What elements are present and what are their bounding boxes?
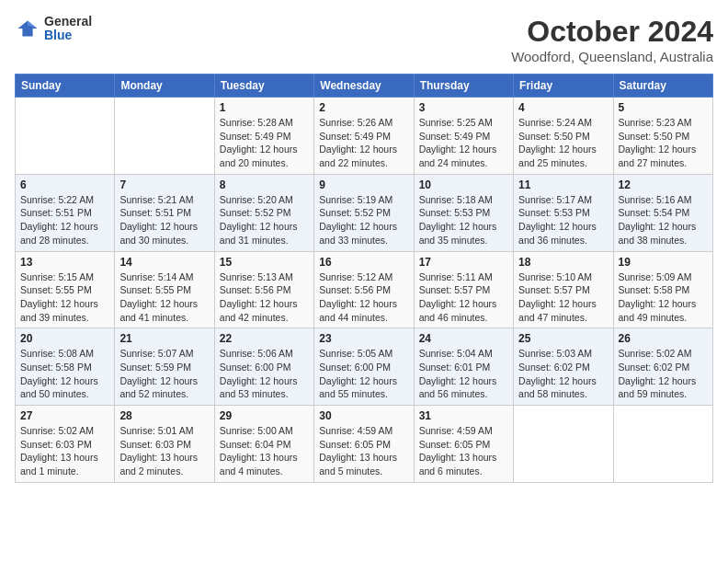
day-number: 20 xyxy=(20,332,109,345)
calendar-cell: 16Sunrise: 5:12 AMSunset: 5:56 PMDayligh… xyxy=(314,251,414,328)
calendar-cell: 11Sunrise: 5:17 AMSunset: 5:53 PMDayligh… xyxy=(514,174,613,251)
day-detail: Sunrise: 5:03 AMSunset: 6:02 PMDaylight:… xyxy=(518,347,608,401)
calendar-cell: 18Sunrise: 5:10 AMSunset: 5:57 PMDayligh… xyxy=(514,251,613,328)
calendar-cell: 6Sunrise: 5:22 AMSunset: 5:51 PMDaylight… xyxy=(16,174,115,251)
calendar-cell: 17Sunrise: 5:11 AMSunset: 5:57 PMDayligh… xyxy=(414,251,513,328)
day-detail: Sunrise: 5:10 AMSunset: 5:57 PMDaylight:… xyxy=(518,270,608,325)
day-number: 19 xyxy=(619,256,708,269)
day-number: 1 xyxy=(220,101,309,114)
calendar-body: 1Sunrise: 5:28 AMSunset: 5:49 PMDaylight… xyxy=(16,98,713,483)
day-detail: Sunrise: 4:59 AMSunset: 6:05 PMDaylight:… xyxy=(319,424,408,478)
day-detail: Sunrise: 5:20 AMSunset: 5:52 PMDaylight:… xyxy=(220,193,309,247)
day-detail: Sunrise: 5:00 AMSunset: 6:04 PMDaylight:… xyxy=(220,424,309,478)
day-number: 3 xyxy=(419,101,508,114)
calendar-cell: 19Sunrise: 5:09 AMSunset: 5:58 PMDayligh… xyxy=(613,251,712,328)
calendar-cell: 29Sunrise: 5:00 AMSunset: 6:04 PMDayligh… xyxy=(214,406,313,483)
day-detail: Sunrise: 5:12 AMSunset: 5:56 PMDaylight:… xyxy=(319,270,408,325)
calendar-week-5: 27Sunrise: 5:02 AMSunset: 6:03 PMDayligh… xyxy=(16,406,713,483)
day-detail: Sunrise: 5:15 AMSunset: 5:55 PMDaylight:… xyxy=(20,270,109,325)
calendar-week-2: 6Sunrise: 5:22 AMSunset: 5:51 PMDaylight… xyxy=(16,174,713,251)
day-number: 14 xyxy=(119,256,209,269)
day-detail: Sunrise: 5:26 AMSunset: 5:49 PMDaylight:… xyxy=(319,116,408,170)
day-number: 5 xyxy=(619,101,708,114)
calendar-cell xyxy=(613,406,712,483)
day-number: 21 xyxy=(119,332,209,345)
calendar-cell: 2Sunrise: 5:26 AMSunset: 5:49 PMDaylight… xyxy=(314,98,414,175)
calendar-cell: 31Sunrise: 4:59 AMSunset: 6:05 PMDayligh… xyxy=(414,406,513,483)
day-detail: Sunrise: 5:22 AMSunset: 5:51 PMDaylight:… xyxy=(20,193,109,247)
day-detail: Sunrise: 5:16 AMSunset: 5:54 PMDaylight:… xyxy=(619,193,708,247)
day-detail: Sunrise: 5:28 AMSunset: 5:49 PMDaylight:… xyxy=(220,116,309,170)
header-day-monday: Monday xyxy=(115,75,214,98)
day-detail: Sunrise: 5:14 AMSunset: 5:55 PMDaylight:… xyxy=(119,270,209,325)
day-detail: Sunrise: 4:59 AMSunset: 6:05 PMDaylight:… xyxy=(419,424,508,478)
day-number: 2 xyxy=(319,101,408,114)
day-number: 11 xyxy=(518,178,608,191)
day-detail: Sunrise: 5:18 AMSunset: 5:53 PMDaylight:… xyxy=(419,193,508,247)
day-number: 15 xyxy=(220,256,309,269)
day-detail: Sunrise: 5:09 AMSunset: 5:58 PMDaylight:… xyxy=(619,270,708,325)
day-number: 4 xyxy=(518,101,608,114)
calendar-header: SundayMondayTuesdayWednesdayThursdayFrid… xyxy=(16,75,713,98)
day-detail: Sunrise: 5:04 AMSunset: 6:01 PMDaylight:… xyxy=(419,347,508,401)
day-detail: Sunrise: 5:24 AMSunset: 5:50 PMDaylight:… xyxy=(518,116,608,170)
calendar-week-3: 13Sunrise: 5:15 AMSunset: 5:55 PMDayligh… xyxy=(16,251,713,328)
calendar-week-1: 1Sunrise: 5:28 AMSunset: 5:49 PMDaylight… xyxy=(16,98,713,175)
logo-blue: Blue xyxy=(44,29,92,42)
day-detail: Sunrise: 5:19 AMSunset: 5:52 PMDaylight:… xyxy=(319,193,408,247)
day-detail: Sunrise: 5:06 AMSunset: 6:00 PMDaylight:… xyxy=(220,347,309,401)
calendar-cell: 27Sunrise: 5:02 AMSunset: 6:03 PMDayligh… xyxy=(16,406,115,483)
logo-bird-icon xyxy=(15,16,40,41)
day-number: 25 xyxy=(518,332,608,345)
calendar-cell xyxy=(514,406,613,483)
page-title: October 2024 xyxy=(511,15,713,49)
calendar-cell xyxy=(16,98,115,175)
calendar-cell: 1Sunrise: 5:28 AMSunset: 5:49 PMDaylight… xyxy=(214,98,313,175)
day-number: 22 xyxy=(220,332,309,345)
header-day-thursday: Thursday xyxy=(414,75,513,98)
day-number: 17 xyxy=(419,256,508,269)
day-number: 29 xyxy=(220,409,309,422)
day-number: 24 xyxy=(419,332,508,345)
header-day-saturday: Saturday xyxy=(613,75,712,98)
calendar-cell: 15Sunrise: 5:13 AMSunset: 5:56 PMDayligh… xyxy=(214,251,313,328)
day-detail: Sunrise: 5:25 AMSunset: 5:49 PMDaylight:… xyxy=(419,116,508,170)
calendar-cell: 4Sunrise: 5:24 AMSunset: 5:50 PMDaylight… xyxy=(514,98,613,175)
day-number: 28 xyxy=(119,409,209,422)
day-detail: Sunrise: 5:05 AMSunset: 6:00 PMDaylight:… xyxy=(319,347,408,401)
page-header: General Blue October 2024 Woodford, Quee… xyxy=(15,15,713,64)
calendar-week-4: 20Sunrise: 5:08 AMSunset: 5:58 PMDayligh… xyxy=(16,328,713,406)
calendar-cell: 14Sunrise: 5:14 AMSunset: 5:55 PMDayligh… xyxy=(115,251,214,328)
calendar-cell: 12Sunrise: 5:16 AMSunset: 5:54 PMDayligh… xyxy=(613,174,712,251)
calendar-cell: 21Sunrise: 5:07 AMSunset: 5:59 PMDayligh… xyxy=(115,328,214,406)
calendar-cell: 23Sunrise: 5:05 AMSunset: 6:00 PMDayligh… xyxy=(314,328,414,406)
day-number: 9 xyxy=(319,178,408,191)
calendar-cell xyxy=(115,98,214,175)
day-number: 12 xyxy=(619,178,708,191)
calendar-cell: 26Sunrise: 5:02 AMSunset: 6:02 PMDayligh… xyxy=(613,328,712,406)
day-number: 18 xyxy=(518,256,608,269)
day-detail: Sunrise: 5:07 AMSunset: 5:59 PMDaylight:… xyxy=(119,347,209,401)
logo-general: General xyxy=(44,15,92,29)
day-number: 8 xyxy=(220,178,309,191)
day-number: 7 xyxy=(119,178,209,191)
day-number: 23 xyxy=(319,332,408,345)
calendar-table: SundayMondayTuesdayWednesdayThursdayFrid… xyxy=(15,74,713,483)
page-subtitle: Woodford, Queensland, Australia xyxy=(511,49,713,64)
header-day-wednesday: Wednesday xyxy=(314,75,414,98)
header-day-tuesday: Tuesday xyxy=(214,75,313,98)
day-detail: Sunrise: 5:23 AMSunset: 5:50 PMDaylight:… xyxy=(619,116,708,170)
logo: General Blue xyxy=(15,15,92,43)
calendar-cell: 24Sunrise: 5:04 AMSunset: 6:01 PMDayligh… xyxy=(414,328,513,406)
calendar-cell: 8Sunrise: 5:20 AMSunset: 5:52 PMDaylight… xyxy=(214,174,313,251)
day-number: 31 xyxy=(419,409,508,422)
day-number: 6 xyxy=(20,178,109,191)
calendar-cell: 9Sunrise: 5:19 AMSunset: 5:52 PMDaylight… xyxy=(314,174,414,251)
calendar-cell: 30Sunrise: 4:59 AMSunset: 6:05 PMDayligh… xyxy=(314,406,414,483)
day-detail: Sunrise: 5:13 AMSunset: 5:56 PMDaylight:… xyxy=(220,270,309,325)
day-detail: Sunrise: 5:11 AMSunset: 5:57 PMDaylight:… xyxy=(419,270,508,325)
header-day-friday: Friday xyxy=(514,75,613,98)
calendar-cell: 7Sunrise: 5:21 AMSunset: 5:51 PMDaylight… xyxy=(115,174,214,251)
day-detail: Sunrise: 5:08 AMSunset: 5:58 PMDaylight:… xyxy=(20,347,109,401)
calendar-cell: 25Sunrise: 5:03 AMSunset: 6:02 PMDayligh… xyxy=(514,328,613,406)
